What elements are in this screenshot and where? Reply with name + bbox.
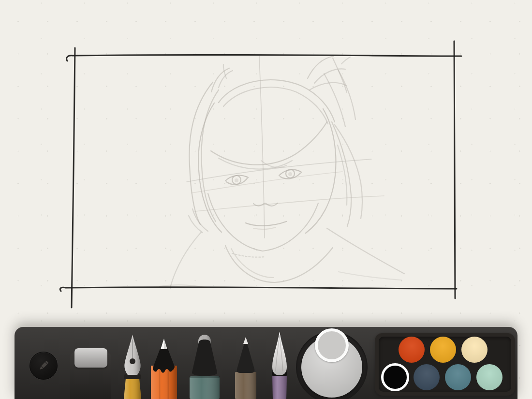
pencil-mode-toggle-button[interactable] [30, 352, 58, 380]
swatch-cream[interactable] [461, 337, 488, 363]
pencil-sketch [160, 56, 404, 288]
pencil-icon [36, 358, 51, 373]
color-mixer[interactable] [296, 331, 368, 399]
swatch-amber[interactable] [430, 337, 456, 363]
ink-frame [60, 41, 461, 308]
color-palette [375, 333, 515, 396]
fountain-pen-tool[interactable] [117, 334, 148, 399]
swatch-red-orange[interactable] [399, 337, 425, 363]
swatch-black-selected[interactable] [381, 363, 409, 391]
swatch-teal[interactable] [445, 364, 471, 390]
swatch-mint[interactable] [476, 364, 502, 390]
app-screen [0, 0, 532, 399]
brush-tool[interactable] [266, 332, 293, 399]
tool-tray [15, 327, 517, 399]
swatch-dark-slate-blue[interactable] [414, 364, 440, 390]
fineliner-tool[interactable] [232, 337, 259, 399]
marker-tool[interactable] [188, 332, 222, 399]
eraser-cap [74, 348, 107, 368]
pencil-tool[interactable] [149, 338, 179, 399]
mixer-ring-indicator [315, 328, 349, 362]
eraser-tool[interactable] [69, 348, 111, 399]
